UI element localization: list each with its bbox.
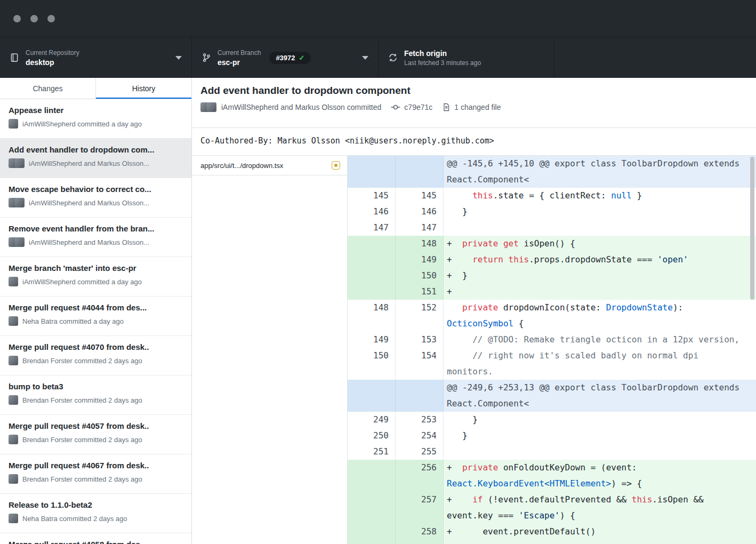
code-line <box>444 444 756 460</box>
old-line-number <box>348 236 396 252</box>
commit-list-item[interactable]: Move escape behavior to correct co...iAm… <box>0 178 191 218</box>
file-path: app/src/ui/t.../dropdown.tsx <box>200 162 327 170</box>
commit-item-meta: iAmWillShepherd committed a day ago <box>9 119 183 129</box>
commit-list-item[interactable]: Release to 1.1.0-beta2Neha Batra committ… <box>0 494 191 533</box>
commit-item-meta: Neha Batra committed a day ago <box>9 316 183 326</box>
file-list-item[interactable]: app/src/ui/t.../dropdown.tsx <box>192 156 347 175</box>
old-line-number: 251 <box>348 444 396 460</box>
avatar-stack <box>9 514 18 523</box>
code-line: @@ -249,6 +253,13 @@ export class Toolba… <box>444 380 756 412</box>
commit-list-item[interactable]: Merge pull request #4058 from des... <box>0 533 191 544</box>
tab-history[interactable]: History <box>95 78 191 99</box>
avatar-stack <box>9 198 25 207</box>
avatar <box>9 119 18 129</box>
commit-item-meta: iAmWillShepherd and Markus Olsson... <box>9 237 183 247</box>
fetch-title: Fetch origin <box>404 49 481 58</box>
diff-row-added: 149+ return this.props.dropdownState ===… <box>348 252 756 268</box>
author-avatars <box>200 102 216 112</box>
repository-label: Current Repository <box>26 49 79 57</box>
commit-item-title: Merge pull request #4067 from desk.. <box>9 461 183 470</box>
avatar-stack <box>9 158 25 168</box>
diff-pane: @@ -145,6 +145,10 @@ export class Toolba… <box>348 156 756 544</box>
diff-row-added: 148+ private get isOpen() { <box>348 236 756 252</box>
pr-number: #3972 <box>276 54 295 62</box>
avatar <box>15 158 25 168</box>
commit-list-item[interactable]: bump to beta3Brendan Forster committed 2… <box>0 375 191 415</box>
commit-list-item[interactable]: Merge branch 'master' into esc-priAmWill… <box>0 257 191 297</box>
new-line-number: 258 <box>396 524 444 540</box>
diff-row-added: 256+ private onFoldoutKeyDown = (event: … <box>348 460 756 492</box>
branch-name: esc-pr <box>218 58 261 67</box>
commit-item-title: Merge pull request #4070 from desk.. <box>9 342 183 351</box>
new-line-number: 151 <box>396 284 444 300</box>
tab-changes[interactable]: Changes <box>0 78 95 99</box>
new-line-number <box>396 156 444 188</box>
old-line-number <box>348 492 396 524</box>
code-line <box>444 220 756 236</box>
commit-header: Add event handler to dropdown component … <box>192 78 756 128</box>
commit-item-meta: Brendan Forster committed 2 days ago <box>9 356 183 365</box>
maximize-button[interactable] <box>47 15 55 22</box>
code-line: } <box>444 412 756 428</box>
diff-row-context: 251255 <box>348 444 756 460</box>
old-line-number <box>348 540 396 544</box>
commit-list-item[interactable]: Add event handler to dropdown com...iAmW… <box>0 139 191 178</box>
avatar <box>9 277 18 286</box>
diff-row-context: 146146 } <box>348 204 756 220</box>
diff-row-hunk: @@ -145,6 +145,10 @@ export class Toolba… <box>348 156 756 188</box>
avatar <box>9 474 18 484</box>
code-line: private dropdownIcon(state: DropdownStat… <box>444 300 756 332</box>
sidebar-tabbar: Changes History <box>0 78 191 99</box>
toolbar: Current Repository desktop Current Branc… <box>0 37 756 78</box>
chevron-down-icon <box>362 56 368 60</box>
diff-rows: @@ -145,6 +145,10 @@ export class Toolba… <box>348 156 756 544</box>
diff-row-context: 145145 this.state = { clientRect: null } <box>348 188 756 204</box>
code-line: + } <box>444 268 756 284</box>
avatar-stack <box>9 237 25 247</box>
commit-list-item[interactable]: Merge pull request #4057 from desk..Bren… <box>0 415 191 454</box>
avatar <box>207 102 216 112</box>
changed-file-icon <box>442 103 451 111</box>
commit-item-title: Merge pull request #4044 from des... <box>9 303 183 312</box>
current-branch-button[interactable]: Current Branch esc-pr #3972 ✓ <box>192 37 379 78</box>
diff-row-added: 150+ } <box>348 268 756 284</box>
commit-list-item[interactable]: Appease linteriAmWillShepherd committed … <box>0 99 191 139</box>
commit-item-meta-text: Brendan Forster committed 2 days ago <box>22 396 142 404</box>
changed-files-count: 1 changed file <box>454 103 501 111</box>
check-icon: ✓ <box>299 54 305 62</box>
commit-item-title: Merge pull request #4057 from desk.. <box>9 421 183 430</box>
minimize-button[interactable] <box>30 15 38 22</box>
diff-row-added: 259+ this.props.onDropdownStateChanged('… <box>348 540 756 544</box>
sidebar: Changes History Appease linteriAmWillShe… <box>0 78 192 544</box>
commit-list-item[interactable]: Merge pull request #4070 from desk..Bren… <box>0 336 191 375</box>
avatar-stack <box>9 395 18 405</box>
fetch-origin-button[interactable]: Fetch origin Last fetched 3 minutes ago <box>379 37 554 78</box>
commit-item-meta: iAmWillShepherd committed a day ago <box>9 277 183 286</box>
commit-item-meta-text: Brendan Forster committed 2 days ago <box>22 357 142 365</box>
commit-list-item[interactable]: Merge pull request #4044 from des...Neha… <box>0 297 191 336</box>
old-line-number: 150 <box>348 348 396 380</box>
new-line-number: 257 <box>396 492 444 524</box>
avatar <box>9 316 18 326</box>
new-line-number: 147 <box>396 220 444 236</box>
git-branch-icon <box>202 53 211 62</box>
modified-status-icon <box>332 161 340 170</box>
new-line-number: 259 <box>396 540 444 544</box>
commit-item-meta-text: Brendan Forster committed 2 days ago <box>22 475 142 483</box>
code-line: this.state = { clientRect: null } <box>444 188 756 204</box>
new-line-number <box>396 380 444 412</box>
commit-list-item[interactable]: Remove event handler from the bran...iAm… <box>0 218 191 257</box>
commit-item-title: Move escape behavior to correct co... <box>9 185 183 194</box>
commit-description: Co-Authored-By: Markus Olsson <niik@user… <box>192 128 756 156</box>
commit-item-meta-text: iAmWillShepherd and Markus Olsson... <box>29 159 149 167</box>
diff-row-added: 151+ <box>348 284 756 300</box>
old-line-number: 146 <box>348 204 396 220</box>
new-line-number: 146 <box>396 204 444 220</box>
old-line-number <box>348 284 396 300</box>
close-button[interactable] <box>13 15 21 22</box>
current-repository-button[interactable]: Current Repository desktop <box>0 37 192 78</box>
scrollbar-thumb[interactable] <box>750 157 754 300</box>
new-line-number: 254 <box>396 428 444 444</box>
commit-list-item[interactable]: Merge pull request #4067 from desk..Bren… <box>0 454 191 494</box>
code-line: + this.props.onDropdownStateChanged('clo… <box>444 540 756 544</box>
